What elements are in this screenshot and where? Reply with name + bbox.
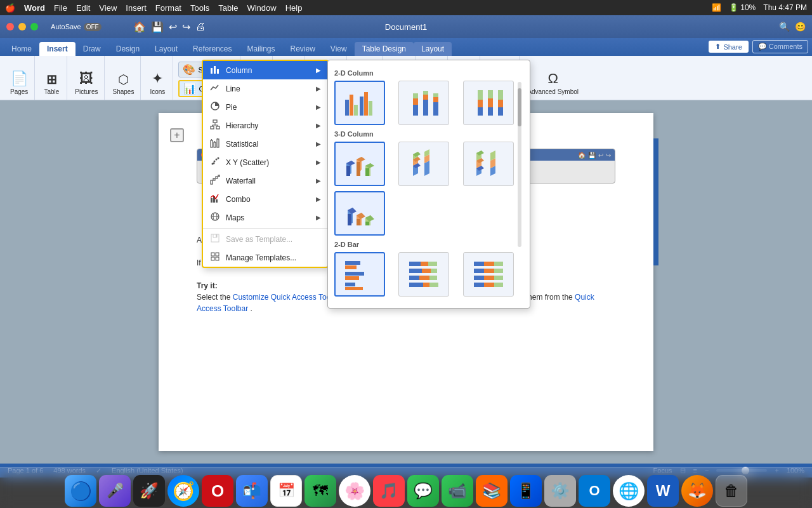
dock-facetime[interactable]: 📹 [442,475,473,507]
embedded-toolbar-icons: 🏠💾↩↪ [578,152,611,159]
word-menu[interactable]: Word [24,3,45,13]
chart-menu-pie[interactable]: Pie ▶ [203,98,327,116]
dock-books[interactable]: 📚 [476,475,508,507]
add-content-button[interactable]: + [170,128,184,142]
dock-trash[interactable]: 🗑 [716,475,747,507]
undo-icon[interactable]: ↩ [169,21,177,33]
chart-thumb-100stacked-3d[interactable] [463,142,514,186]
tab-insert[interactable]: Insert [39,42,75,56]
comments-button[interactable]: 💬 Comments [752,40,808,53]
chart-menu-column[interactable]: Column ▶ [203,61,327,79]
dock-safari[interactable]: 🧭 [167,475,199,507]
search-icon[interactable]: 🔍 [779,22,790,32]
chart-thumb-clustered-2d[interactable] [334,81,385,125]
manage-templates-icon [209,251,221,264]
chart-menu-manage-templates[interactable]: Manage Templates... [203,248,327,267]
chart-thumb-100stacked-2d[interactable] [463,81,514,125]
apple-menu[interactable]: 🍎 [5,3,15,13]
dock-siri[interactable]: 🎤 [99,475,131,507]
close-button[interactable] [6,23,14,30]
svg-rect-32 [211,234,219,242]
shapes-icon: ⬡ [118,72,129,87]
dock-outlook[interactable]: O [579,475,610,507]
svg-rect-103 [345,287,363,290]
dock-chrome[interactable]: 🌐 [613,475,645,507]
dock-calendar[interactable]: 📅 [270,475,302,507]
pages-button[interactable]: 📄 Pages [8,69,30,97]
chart-thumb-stacked-bar-2d[interactable] [398,252,449,297]
tab-references[interactable]: References [185,42,239,56]
chart-menu-hierarchy[interactable]: Hierarchy ▶ [203,116,327,135]
edit-menu[interactable]: Edit [76,3,90,13]
dock-firefox[interactable]: 🦊 [681,475,713,507]
symbol-button[interactable]: Ω Advanced Symbol [525,69,581,97]
table-button[interactable]: ⊞ Table [40,70,63,97]
chart-thumb-clustered-bar-2d[interactable] [334,252,385,297]
blue-accent-bar [653,138,658,265]
chart-menu-waterfall[interactable]: Waterfall ▶ [203,171,327,190]
dock-opera[interactable]: O [202,475,233,507]
chart-menu-combo[interactable]: Combo ▶ [203,190,327,208]
dock-messages[interactable]: 💬 [407,475,439,507]
pages-group: 📄 Pages [4,56,35,100]
tab-design[interactable]: Design [108,42,147,56]
pictures-button[interactable]: 🖼 Pictures [72,69,100,97]
dock-appstore[interactable]: 📱 [510,475,542,507]
maps-arrow: ▶ [316,214,321,221]
tab-view[interactable]: View [323,42,355,56]
window-menu[interactable]: Window [247,3,276,13]
chart-panel-scrollbar-thumb[interactable] [518,88,521,126]
shapes-button[interactable]: ⬡ Shapes [110,70,136,97]
insert-menu[interactable]: Insert [126,3,147,13]
home-icon[interactable]: 🏠 [133,21,146,33]
help-menu[interactable]: Help [285,3,303,13]
tab-layout[interactable]: Layout [147,42,185,56]
svg-rect-124 [494,276,503,280]
svg-rect-105 [421,262,428,266]
dock-photos[interactable]: 🌸 [339,475,370,507]
chart-dropdown-menu: Column ▶ Line ▶ Pie ▶ [202,60,329,268]
chart-menu-xy-scatter[interactable]: X Y (Scatter) ▶ [203,153,327,171]
table-menu[interactable]: Table [218,3,238,13]
redo-icon[interactable]: ↪ [182,21,190,33]
dock-sysprefs[interactable]: ⚙️ [544,475,576,507]
dock-launchpad[interactable]: 🚀 [133,475,165,507]
share-button[interactable]: ⬆ Share [709,41,748,53]
chart-menu-line[interactable]: Line ▶ [203,79,327,98]
svg-rect-107 [409,269,422,273]
tab-mailings[interactable]: Mailings [239,42,282,56]
chart-panel-scrollbar[interactable] [518,82,521,247]
tab-table-design[interactable]: Table Design [355,42,414,56]
tab-review[interactable]: Review [283,42,323,56]
tab-draw[interactable]: Draw [75,42,108,56]
tools-menu[interactable]: Tools [190,3,209,13]
tab-table-layout[interactable]: Layout [414,42,452,56]
autosave-toggle[interactable]: OFF [84,23,102,31]
maximize-button[interactable] [30,23,38,30]
print-icon[interactable]: 🖨 [195,21,206,32]
save-icon[interactable]: 💾 [151,21,164,33]
svg-rect-28 [216,199,218,203]
chart-types-panel: 2-D Column [327,60,530,309]
dock-mail[interactable]: 📬 [236,475,268,507]
dock-music[interactable]: 🎵 [373,475,405,507]
minimize-button[interactable] [18,23,26,30]
chart-menu-statistical[interactable]: Statistical ▶ [203,135,327,153]
chart-menu-maps[interactable]: Maps ▶ [203,208,327,227]
view-menu[interactable]: View [99,3,117,13]
dock-finder[interactable]: 🔵 [65,475,96,507]
chart-thumb-stacked-3d[interactable] [398,142,449,186]
chart-thumb-stacked-2d[interactable] [398,81,449,125]
chart-thumb-100stacked-bar-2d[interactable] [463,252,514,297]
icons-button[interactable]: ✦ Icons [146,69,169,97]
file-menu[interactable]: File [54,3,67,13]
svg-rect-43 [369,101,372,116]
chart-thumb-3d-single[interactable] [334,191,385,236]
format-menu[interactable]: Format [155,3,181,13]
tab-home[interactable]: Home [4,42,39,56]
dock-word[interactable]: W [647,475,679,507]
dock-maps[interactable]: 🗺 [304,475,336,507]
svg-rect-123 [484,276,494,280]
chart-thumb-clustered-3d[interactable] [334,142,385,186]
user-icon[interactable]: 😊 [795,22,806,32]
